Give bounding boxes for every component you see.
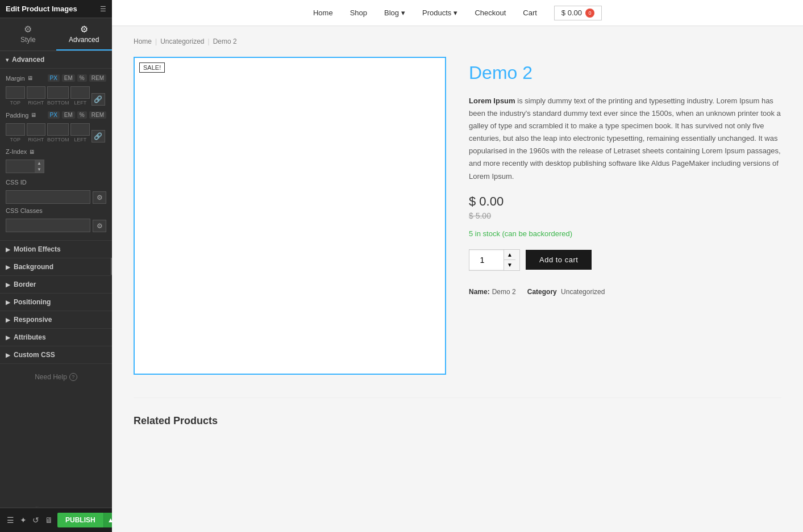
- margin-right-wrap: RIGHT: [27, 86, 46, 106]
- section-border[interactable]: ▶ Border: [0, 276, 112, 294]
- cssid-label: CSS ID: [6, 179, 27, 186]
- padding-link-btn[interactable]: 🔗: [91, 130, 105, 143]
- margin-label: Margin 🖥: [6, 75, 33, 82]
- padding-unit-rem[interactable]: REM: [89, 111, 106, 119]
- tab-advanced[interactable]: ⚙ Advanced: [56, 18, 113, 51]
- zindex-help-icon: 🖥: [29, 149, 35, 155]
- breadcrumb: Home | Uncategorized | Demo 2: [134, 37, 781, 45]
- add-to-cart-button[interactable]: Add to cart: [526, 250, 592, 270]
- margin-left-input[interactable]: [70, 86, 90, 99]
- product-title: Demo 2: [469, 62, 781, 83]
- cssid-settings-btn[interactable]: ⚙: [93, 191, 106, 204]
- section-responsive[interactable]: ▶ Responsive: [0, 311, 112, 329]
- publish-dropdown-btn[interactable]: ▲: [103, 513, 112, 527]
- history-icon-btn[interactable]: ↺: [31, 514, 40, 526]
- zindex-down-btn[interactable]: ▼: [35, 166, 44, 173]
- margin-left-wrap: LEFT: [70, 86, 90, 106]
- meta-name: Name:Demo 2: [469, 288, 516, 296]
- nav-cart[interactable]: Cart: [523, 9, 537, 17]
- zindex-label: Z-Index 🖥: [6, 148, 35, 155]
- quantity-spinners: ▲ ▼: [504, 250, 515, 270]
- section-advanced-body: Margin 🖥 PX EM % REM TOP RIGHT BOTTOM: [0, 69, 112, 241]
- zindex-up-btn[interactable]: ▲: [35, 160, 44, 166]
- breadcrumb-uncategorized[interactable]: Uncategorized: [160, 37, 204, 45]
- padding-unit-em[interactable]: EM: [62, 111, 75, 119]
- padding-left-input[interactable]: [70, 123, 90, 136]
- cssid-input[interactable]: [6, 190, 90, 204]
- arrow-right-icon-1: ▶: [6, 246, 10, 253]
- nav-checkout[interactable]: Checkout: [475, 9, 506, 17]
- nav-home[interactable]: Home: [313, 9, 333, 17]
- padding-right-wrap: RIGHT: [27, 123, 46, 143]
- cssclasses-input-row: ⚙: [6, 219, 106, 232]
- section-custom-css[interactable]: ▶ Custom CSS: [0, 346, 112, 364]
- meta-category: Category Uncategorized: [527, 288, 605, 296]
- panel-header: Edit Product Images ☰: [0, 0, 112, 18]
- margin-top-input[interactable]: [6, 86, 25, 99]
- cart-button[interactable]: $ 0.00 0: [554, 6, 602, 20]
- hamburger-icon[interactable]: ☰: [100, 5, 106, 13]
- margin-right-input[interactable]: [27, 86, 46, 99]
- margin-unit-buttons: PX EM % REM: [48, 74, 106, 82]
- meta-category-link[interactable]: Uncategorized: [561, 288, 605, 296]
- padding-unit-percent[interactable]: %: [77, 111, 87, 119]
- arrow-right-icon-4: ▶: [6, 299, 10, 305]
- bottom-toolbar: ☰ ✦ ↺ 🖥 PUBLISH ▲: [0, 508, 112, 532]
- margin-link-btn[interactable]: 🔗: [91, 93, 105, 106]
- padding-unit-buttons: PX EM % REM: [48, 111, 106, 119]
- padding-bottom-wrap: BOTTOM: [47, 123, 69, 143]
- nav-shop[interactable]: Shop: [350, 9, 367, 17]
- description-bold: Lorem Ipsum: [469, 97, 515, 105]
- padding-left-wrap: LEFT: [70, 123, 90, 143]
- tab-style[interactable]: ⚙ Style: [0, 18, 56, 51]
- arrow-right-icon-6: ▶: [6, 334, 10, 341]
- publish-button[interactable]: PUBLISH: [57, 513, 103, 527]
- publish-btn-group: PUBLISH ▲: [57, 513, 112, 527]
- breadcrumb-home[interactable]: Home: [134, 37, 152, 45]
- cssclasses-input[interactable]: [6, 219, 90, 232]
- product-page: Home | Uncategorized | Demo 2 SALE! Demo…: [117, 26, 798, 386]
- section-advanced-header[interactable]: ▾ Advanced: [0, 51, 112, 69]
- padding-bottom-input[interactable]: [47, 123, 69, 136]
- price-section: $ 0.00 $ 5.00: [469, 194, 781, 220]
- meta-name-link[interactable]: Name:Demo 2: [469, 288, 516, 296]
- cssid-field-row: CSS ID: [6, 179, 106, 186]
- responsive-icon-btn[interactable]: 🖥: [44, 514, 54, 526]
- section-positioning[interactable]: ▶ Positioning: [0, 294, 112, 311]
- products-dropdown-icon: ▾: [453, 9, 457, 17]
- panel-collapse-handle[interactable]: ‹: [111, 258, 112, 275]
- breadcrumb-sep-2: |: [208, 37, 210, 45]
- need-help-text[interactable]: Need Help ?: [35, 373, 77, 381]
- quantity-field[interactable]: [469, 251, 504, 269]
- product-meta: Name:Demo 2 Category Uncategorized: [469, 288, 781, 296]
- cssclasses-settings-btn[interactable]: ⚙: [93, 220, 106, 232]
- stock-info: 5 in stock (can be backordered): [469, 229, 781, 238]
- zindex-input[interactable]: [6, 162, 35, 171]
- padding-top-wrap: TOP: [6, 123, 25, 143]
- margin-top-wrap: TOP: [6, 86, 25, 106]
- margin-unit-rem[interactable]: REM: [89, 74, 106, 82]
- main-content: Home Shop Blog ▾ Products ▾ Checkout Car…: [112, 0, 803, 532]
- add-icon-btn[interactable]: ✦: [19, 514, 28, 526]
- section-motion-effects[interactable]: ▶ Motion Effects: [0, 241, 112, 258]
- quantity-input-group: ▲ ▼: [469, 249, 520, 271]
- nav-blog[interactable]: Blog ▾: [384, 9, 405, 17]
- panel-title: Edit Product Images: [6, 5, 77, 13]
- section-background[interactable]: ▶ Background: [0, 258, 112, 276]
- arrow-down-icon: ▾: [6, 57, 9, 63]
- padding-top-input[interactable]: [6, 123, 25, 136]
- nav-products[interactable]: Products ▾: [422, 9, 457, 17]
- margin-bottom-wrap: BOTTOM: [47, 86, 69, 106]
- margin-bottom-input[interactable]: [47, 86, 69, 99]
- margin-unit-percent[interactable]: %: [77, 74, 87, 82]
- qty-down-btn[interactable]: ▼: [504, 260, 515, 270]
- qty-up-btn[interactable]: ▲: [504, 250, 515, 260]
- arrow-right-icon-3: ▶: [6, 282, 10, 288]
- padding-unit-px[interactable]: PX: [48, 111, 60, 119]
- margin-unit-em[interactable]: EM: [62, 74, 75, 82]
- settings-icon-btn[interactable]: ☰: [6, 514, 15, 526]
- cssclasses-field-row: CSS Classes: [6, 207, 106, 214]
- padding-right-input[interactable]: [27, 123, 46, 136]
- margin-unit-px[interactable]: PX: [48, 74, 60, 82]
- section-attributes[interactable]: ▶ Attributes: [0, 329, 112, 346]
